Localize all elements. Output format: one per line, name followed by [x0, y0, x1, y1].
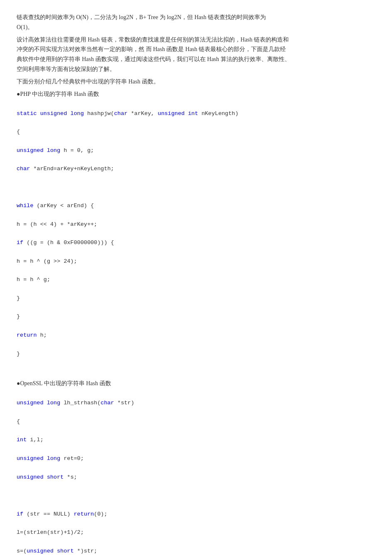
openssl-code-block-1: unsigned long lh_strhash(char *str) { in… [17, 389, 375, 555]
paragraph-2: 设计高效算法往往需要使用 Hash 链表，常数级的查找速度是任何别的算法无法比拟… [17, 35, 375, 74]
page-content: 链表查找的时间效率为 O(N)，二分法为 log2N，B+ Tree 为 log… [17, 12, 375, 555]
php-code-block: static unsigned long hashpjw(char *arKey… [17, 100, 375, 377]
section-bullet-php: ●PHP 中出现的字符串 Hash 函数 [17, 89, 375, 99]
paragraph-1: 链表查找的时间效率为 O(N)，二分法为 log2N，B+ Tree 为 log… [17, 12, 375, 32]
paragraph-3: 下面分别介绍几个经典软件中出现的字符串 Hash 函数。 [17, 77, 375, 87]
section-bullet-openssl: ●OpenSSL 中出现的字符串 Hash 函数 [17, 379, 375, 389]
